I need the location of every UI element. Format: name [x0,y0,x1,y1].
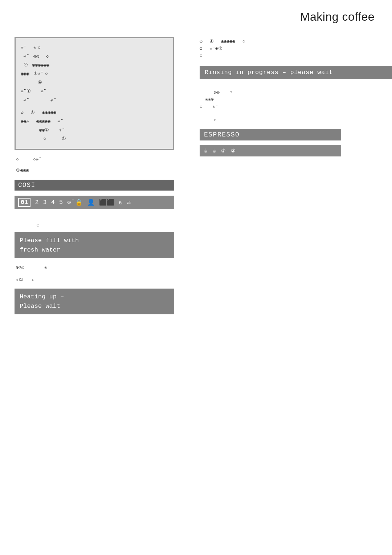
rinsing-bar: Rinsing in progress – please wait [200,66,392,79]
col-right: ◇ ④ ◉◉◉◉◉ ○ ⊙ ✳̈ ⊙① ○ Rinsing in progres… [200,37,392,314]
circle-indicator-1: ○ [16,157,19,162]
indicator-row-2: ①◉◉◉ [16,167,189,173]
menu-item-timer[interactable]: ⊙̄ [67,199,71,206]
clock-circle-1: ④ [21,61,28,69]
lcd-row-5: ④ [21,79,168,87]
sun-r2: ✳̈ [204,104,215,110]
menu-item-2[interactable]: 2 [35,199,38,206]
menu-item-4[interactable]: 4 [51,199,55,206]
sun-sym-1: ✳̈ [27,265,47,270]
sun-multi-r1: ✳̈✳̈⊙ [200,97,214,102]
fill-water-line2: fresh water [20,246,60,253]
sun-clock-2: ✳̈① [16,277,23,283]
right-mid-row-1: ◎◎ ○ [200,89,392,95]
fill-water-bar: Please fill with fresh water [15,232,174,258]
right-row-2: ⊙ ✳̈ ⊙① [200,46,392,52]
bottom-left: ○ Please fill with fresh water ⊙◎○ ✳̈ ✳̈… [15,218,189,314]
right-symbols-mid: ◎◎ ○ ✳̈✳̈⊙ ○ ✳̈ ○ [200,88,392,123]
right-row-1: ◇ ④ ◉◉◉◉◉ ○ [200,38,392,44]
cup-icon-1[interactable]: ☕ [204,147,208,154]
circle-2: ○ [42,70,48,78]
lcd-row-6: ✳̈ ① ✳̈ [21,87,168,95]
sun-clock-1: ✳̈ ① [21,87,31,95]
multi-circle-3: ◉◉◉◉◉ [36,109,56,117]
menu-item-lock[interactable]: 🔒 [75,199,83,206]
diamond-r1: ◇ [200,38,203,44]
circle-indicator-2: ○ [36,222,40,229]
right-mid-row-4 [200,111,392,116]
sun-7: ✳̈ [52,118,60,126]
clock-4: ① [48,135,66,143]
sun-icon-3: ✳̈ [21,53,26,61]
circle-r4: ○ [200,104,203,110]
symbol-row-2: ✳̈① ○ [16,277,189,283]
clock-circle-2: ⊙◎○ [16,265,24,270]
menu-item-01[interactable]: 01 [18,198,30,207]
sun-circle-1: ○✳̈ [22,156,39,162]
divider [15,28,377,28]
lcd-row-3: ④ ◉◉◉◉◉◉ [21,61,168,69]
right-row-3: ○ [200,53,392,58]
sun-6: ✳̈ [28,97,53,105]
lcd-row-9: ◉◉△ ◉◉◉◉◉ ✳̈ [21,118,168,126]
heating-line1: Heating up – [20,293,64,300]
multi-circle-4: ◉◉◉◉◉ [30,118,50,126]
lcd-screen: ✳̈ ✳̈ ○ ✳̈ ◎◎ ◇ ④ ◉◉◉◉◉◉ ◉◉◉ ①✳̈ ○ [15,37,174,150]
col-left: ✳̈ ✳̈ ○ ✳̈ ◎◎ ◇ ④ ◉◉◉◉◉◉ ◉◉◉ ①✳̈ ○ [15,37,189,314]
lcd-row-1: ✳̈ ✳̈ ○ [21,44,168,52]
sun-clock-r1: ✳̈ ⊙① [204,46,222,52]
cup-icon-4[interactable]: ② [231,148,236,154]
multi-circle-2: ◉◉◉ [21,70,29,78]
menu-items-bar: 01 2 3 4 5 ⊙̄ 🔒 👤 ⬛⬛ ↻ ⇌ [15,196,174,209]
menu-item-3[interactable]: 3 [43,199,47,206]
circle-1: ○ [38,44,41,52]
multi-circle-1: ◉◉◉◉◉◉ [29,61,49,69]
heating-bar: Heating up – Please wait [15,289,174,314]
multi-circle-5: ◉◉① [39,126,49,134]
circle-r2: ○ [200,53,203,58]
sun-icon-2: ✳̈ [25,44,36,52]
double-circle-1: ◎◎ [28,53,39,61]
clock-multi-1: ①◉◉◉ [16,167,29,173]
symbol-row-1: ⊙◎○ ✳̈ [16,265,189,270]
diamond-1: ◇ [41,53,49,61]
cup-icon-3[interactable]: ② [221,148,226,154]
circle-indicator-3: ○ [26,277,34,283]
gear-r1: ⊙ [200,46,203,52]
double-circle-2: ◉◉△ [21,118,29,126]
clock-2: ④ [21,79,42,87]
lcd-row-10: ◉◉① ✳̈ [21,126,168,134]
heating-line2: Please wait [20,303,60,310]
menu-item-user[interactable]: 👤 [87,199,95,206]
fill-water-line1: Please fill with [20,237,79,244]
clock-sun-1: ①✳̈ [30,70,41,78]
multi-circle-r1: ◉◉◉◉◉ [215,38,235,44]
circle-r5: ○ [200,118,217,123]
menu-item-5[interactable]: 5 [59,199,63,206]
menu-item-refresh[interactable]: ↻ [119,199,122,206]
double-circle-r2: ◎◎ [200,89,220,95]
main-layout: ✳̈ ✳̈ ○ ✳̈ ◎◎ ◇ ④ ◉◉◉◉◉◉ ◉◉◉ ①✳̈ ○ [0,37,392,314]
lcd-row-4: ◉◉◉ ①✳̈ ○ [21,70,168,78]
lcd-row-2: ✳̈ ◎◎ ◇ [21,53,168,61]
sun-4: ✳̈ [32,87,44,95]
sun-5: ✳̈ [21,97,26,105]
menu-item-dots[interactable]: ⬛⬛ [99,199,114,206]
right-mid-row-2: ✳̈✳̈⊙ [200,97,392,102]
lcd-row-8: ◇ ④ ◉◉◉◉◉ [21,109,168,117]
clock-3: ④ [25,109,35,117]
cup-icon-2[interactable]: ☕ [213,147,216,154]
cosi-label: COSI [15,180,174,191]
menu-item-settings[interactable]: ⇌ [127,199,131,206]
page-title: Making coffee [0,0,392,28]
sun-8: ✳̈ [50,126,62,134]
right-mid-row-5: ○ [200,118,392,123]
circle-3: ○ [21,135,46,143]
espresso-label: ESPRESSO [200,129,341,140]
indicator-row-1: ○ ○✳̈ [16,156,189,162]
sun-icon-1: ✳̈ [21,44,24,52]
espresso-icons-bar: ☕ ☕ ② ② [200,145,341,156]
spacer-1 [21,126,38,134]
circle-r3: ○ [221,90,232,95]
right-symbols-top: ◇ ④ ◉◉◉◉◉ ○ ⊙ ✳̈ ⊙① ○ [200,37,392,58]
